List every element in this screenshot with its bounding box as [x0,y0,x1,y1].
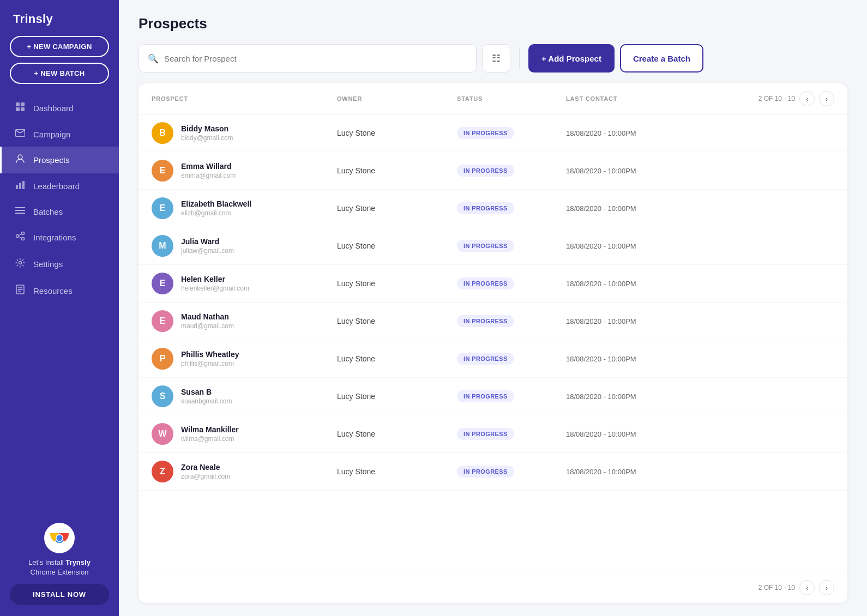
status-badge-wrapper: IN PROGRESS [457,428,566,440]
sidebar-item-settings[interactable]: Settings [0,251,119,277]
next-page-button-top[interactable]: › [819,91,834,106]
col-prospect: PROSPECT [152,95,337,102]
table-row[interactable]: E Emma Willard emma@gmail.com Lucy Stone… [139,152,847,190]
new-batch-button[interactable]: + NEW BATCH [10,63,109,84]
table-row[interactable]: Z Zora Neale zora@gmail.com Lucy Stone I… [139,453,847,491]
prospect-cell: P Phillis Wheatley phillis@gmail.com [152,348,337,370]
prospect-name: Maud Nathan [181,312,234,321]
prospect-cell: E Helen Keller helenkeller@gmail.com [152,273,337,294]
table-row[interactable]: W Wilma Mankiller wilma@gmail.com Lucy S… [139,415,847,453]
status-badge-wrapper: IN PROGRESS [457,277,566,289]
sidebar-item-label: Leaderboard [33,182,80,191]
prospect-email: zora@gmail.com [181,473,230,480]
batches-icon [15,206,26,217]
last-contact: 18/08/2020 - 10:00PM [566,167,834,175]
prospect-cell: B Biddy Mason biddy@gmail.com [152,122,337,144]
last-contact: 18/08/2020 - 10:00PM [566,204,834,213]
add-prospect-button[interactable]: + Add Prospect [528,44,615,73]
sidebar-item-campaign[interactable]: Campaign [0,122,119,147]
prospect-info: Maud Nathan maud@gmail.com [181,312,234,330]
prospect-email: helenkeller@gmail.com [181,285,249,292]
owner-name: Lucy Stone [337,354,457,363]
status-badge-wrapper: IN PROGRESS [457,240,566,252]
table-row[interactable]: E Maud Nathan maud@gmail.com Lucy Stone … [139,303,847,340]
install-now-button[interactable]: INSTALL NOW [10,584,109,605]
prev-page-button-bottom[interactable]: ‹ [799,580,815,595]
svg-line-16 [19,237,22,238]
pagination-header: 2 OF 10 - 10 ‹ › [758,91,834,106]
next-page-button-bottom[interactable]: › [819,580,834,595]
table-row[interactable]: E Helen Keller helenkeller@gmail.com Luc… [139,265,847,303]
status-badge: IN PROGRESS [457,277,514,289]
create-batch-button[interactable]: Create a Batch [620,44,703,73]
prospects-icon [15,154,26,166]
dashboard-icon [15,102,26,114]
owner-name: Lucy Stone [337,279,457,288]
sidebar-item-label: Settings [33,259,63,269]
integrations-icon [15,231,26,244]
settings-icon [15,258,26,270]
sidebar-item-leaderboard[interactable]: Leaderboard [0,173,119,199]
table-row[interactable]: E Elizabeth Blackwell elizb@gmail.com Lu… [139,190,847,227]
prospect-info: Zora Neale zora@gmail.com [181,463,230,480]
resources-icon [15,285,26,297]
table-header: PROSPECT OWNER STATUS LAST CONTACT 2 OF … [139,83,847,114]
last-contact: 18/08/2020 - 10:00PM [566,280,834,288]
status-badge: IN PROGRESS [457,165,514,177]
sidebar-bottom: Let's Install Trynsly Chrome Extension I… [0,512,119,616]
leaderboard-icon [15,180,26,192]
search-input[interactable] [164,54,467,63]
new-campaign-button[interactable]: + NEW CAMPAIGN [10,36,109,57]
sidebar-item-prospects[interactable]: Prospects [0,147,119,173]
table-row[interactable]: P Phillis Wheatley phillis@gmail.com Luc… [139,340,847,378]
owner-name: Lucy Stone [337,430,457,438]
avatar: S [152,385,173,407]
last-contact: 18/08/2020 - 10:00PM [566,317,834,325]
sidebar-item-dashboard[interactable]: Dashboard [0,95,119,122]
owner-name: Lucy Stone [337,241,457,250]
last-contact: 18/08/2020 - 10:00PM [566,242,834,250]
filter-button[interactable]: ☷ [482,44,510,73]
prev-page-button-top[interactable]: ‹ [799,91,815,106]
table-row[interactable]: M Julia Ward juliaw@gmail.com Lucy Stone… [139,227,847,265]
avatar: E [152,160,173,182]
status-badge-wrapper: IN PROGRESS [457,202,566,214]
prospect-email: maud@gmail.com [181,322,234,330]
svg-point-17 [19,262,22,264]
table-row[interactable]: B Biddy Mason biddy@gmail.com Lucy Stone… [139,114,847,152]
avatar: P [152,348,173,370]
svg-rect-2 [16,107,20,111]
owner-name: Lucy Stone [337,166,457,175]
sidebar-item-label: Resources [33,286,73,295]
svg-point-12 [16,235,19,238]
prospect-name: Helen Keller [181,275,249,283]
avatar: W [152,423,173,445]
svg-rect-1 [21,102,25,106]
page-info-top: 2 OF 10 - 10 [758,95,795,102]
prospect-name: Susan B [181,388,232,396]
svg-rect-6 [16,185,18,189]
col-status: STATUS [457,95,566,102]
svg-rect-8 [22,181,25,189]
status-badge: IN PROGRESS [457,240,514,252]
table-row[interactable]: S Susan B susanbgmail.com Lucy Stone IN … [139,378,847,415]
owner-name: Lucy Stone [337,204,457,213]
status-badge: IN PROGRESS [457,315,514,327]
sidebar-item-resources[interactable]: Resources [0,277,119,304]
prospect-name: Biddy Mason [181,124,233,133]
sidebar-item-batches[interactable]: Batches [0,199,119,224]
prospect-email: biddy@gmail.com [181,134,233,142]
sidebar-item-integrations[interactable]: Integrations [0,224,119,251]
avatar: E [152,273,173,294]
last-contact: 18/08/2020 - 10:00PM [566,392,834,401]
prospect-cell: M Julia Ward juliaw@gmail.com [152,235,337,257]
last-contact: 18/08/2020 - 10:00PM [566,355,834,363]
prospect-info: Helen Keller helenkeller@gmail.com [181,275,249,292]
prospect-name: Phillis Wheatley [181,350,239,359]
page-title: Prospects [139,15,847,32]
prospect-name: Julia Ward [181,237,234,246]
avatar: M [152,235,173,257]
table-footer: 2 OF 10 - 10 ‹ › [139,572,847,603]
svg-rect-7 [19,183,21,189]
prospect-info: Susan B susanbgmail.com [181,388,232,405]
